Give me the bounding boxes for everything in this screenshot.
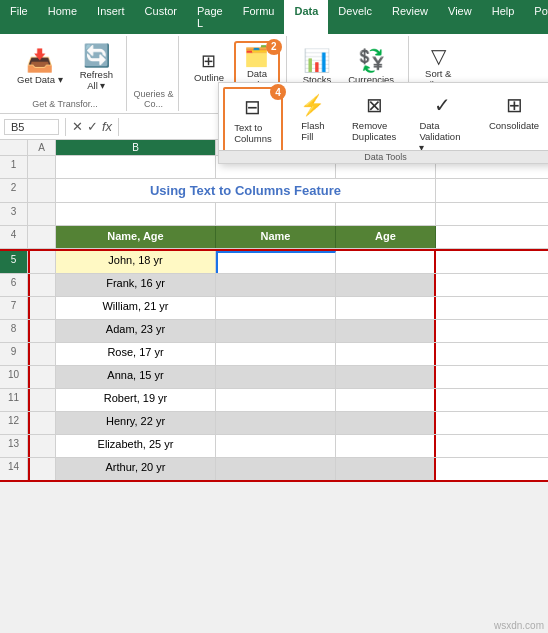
rownum-7: 7 [0,297,28,319]
cell-d3[interactable] [336,203,436,225]
outline-icon: ⊞ [201,52,216,70]
remove-dup-icon: ⊠ [366,93,383,117]
cell-b12[interactable]: Henry, 22 yr [56,412,216,434]
cell-a2[interactable] [28,179,56,202]
cell-a4[interactable] [28,226,56,248]
cell-a12[interactable] [28,412,56,434]
text-to-columns-icon: ⊟ [244,95,261,119]
cell-a5[interactable] [28,251,56,273]
cell-b8[interactable]: Adam, 23 yr [56,320,216,342]
group-get-transform: 📥 Get Data ▾ 🔄 RefreshAll ▾ Get & Transf… [4,36,127,111]
col-header-b[interactable]: B [56,140,216,155]
cell-b6[interactable]: Frank, 16 yr [56,274,216,296]
cell-d8[interactable] [336,320,436,342]
tab-review[interactable]: Review [382,0,438,34]
tab-home[interactable]: Home [38,0,87,34]
header-name[interactable]: Name [216,226,336,248]
rownum-6: 6 [0,274,28,296]
rownum-9: 9 [0,343,28,365]
formula-divider [65,118,66,136]
cell-b7[interactable]: William, 21 yr [56,297,216,319]
cell-reference[interactable]: B5 [4,119,59,135]
tab-pagel[interactable]: Page L [187,0,233,34]
cell-a11[interactable] [28,389,56,411]
cell-c14[interactable] [216,458,336,480]
cell-c9[interactable] [216,343,336,365]
cell-a14[interactable] [28,458,56,480]
group-transform-label: Get & Transfor... [4,99,126,109]
cell-c7[interactable] [216,297,336,319]
get-data-button[interactable]: 📥 Get Data ▾ [10,46,70,89]
get-data-label: Get Data ▾ [17,74,63,85]
cell-c3[interactable] [216,203,336,225]
row-12: 12 Henry, 22 yr [0,412,548,435]
tab-data[interactable]: Data [284,0,328,34]
tab-help[interactable]: Help [482,0,525,34]
data-validation-button[interactable]: ✓ DataValidation ▾ [409,87,476,159]
rownum-11: 11 [0,389,28,411]
cell-c10[interactable] [216,366,336,388]
cell-a8[interactable] [28,320,56,342]
cell-b3[interactable] [56,203,216,225]
header-name-age[interactable]: Name, Age [56,226,216,248]
cancel-icon[interactable]: ✕ [72,119,83,134]
flash-fill-button[interactable]: ⚡ FlashFill [287,87,339,159]
cell-c6[interactable] [216,274,336,296]
insert-function-icon[interactable]: fx [102,119,112,134]
cell-b14[interactable]: Arthur, 20 yr [56,458,216,480]
cell-d6[interactable] [336,274,436,296]
dropdown-panel: 4 ⊟ Text toColumns ⚡ FlashFill ⊠ RemoveD… [218,82,548,164]
cell-a3[interactable] [28,203,56,225]
cell-b10[interactable]: Anna, 15 yr [56,366,216,388]
tab-power[interactable]: Power [524,0,548,34]
cell-b11[interactable]: Robert, 19 yr [56,389,216,411]
tab-develc[interactable]: Develc [328,0,382,34]
cell-a6[interactable] [28,274,56,296]
tab-file[interactable]: File [0,0,38,34]
cell-d14[interactable] [336,458,436,480]
data-validation-label: DataValidation ▾ [419,120,466,153]
cell-d10[interactable] [336,366,436,388]
rownum-10: 10 [0,366,28,388]
cell-a13[interactable] [28,435,56,457]
cell-c13[interactable] [216,435,336,457]
cell-b9[interactable]: Rose, 17 yr [56,343,216,365]
cell-b5[interactable]: John, 18 yr [56,251,216,273]
cell-a7[interactable] [28,297,56,319]
tab-formu[interactable]: Formu [233,0,285,34]
cell-c11[interactable] [216,389,336,411]
confirm-icon[interactable]: ✓ [87,119,98,134]
cell-d5[interactable] [336,251,436,273]
row-9: 9 Rose, 17 yr [0,343,548,366]
cell-c8[interactable] [216,320,336,342]
cell-a1[interactable] [28,156,56,178]
tab-insert[interactable]: Insert [87,0,135,34]
consolidate-button[interactable]: ⊞ Consolidate [480,87,548,159]
rownum-4: 4 [0,226,28,248]
consolidate-icon: ⊞ [506,93,523,117]
header-age[interactable]: Age [336,226,436,248]
tab-custor[interactable]: Custor [135,0,187,34]
cell-b1[interactable] [56,156,216,178]
cell-d12[interactable] [336,412,436,434]
text-to-columns-label: Text toColumns [234,122,272,144]
rownum-8: 8 [0,320,28,342]
row-7: 7 William, 21 yr [0,297,548,320]
text-to-columns-button[interactable]: 4 ⊟ Text toColumns [223,87,283,159]
refresh-all-button[interactable]: 🔄 RefreshAll ▾ [73,41,120,95]
remove-duplicates-button[interactable]: ⊠ RemoveDuplicates [343,87,405,159]
group-queries: Queries & Co... [129,36,179,111]
cell-d9[interactable] [336,343,436,365]
cell-c5[interactable] [216,251,336,273]
cell-b13[interactable]: Elizabeth, 25 yr [56,435,216,457]
col-header-a[interactable]: A [28,140,56,155]
cell-d7[interactable] [336,297,436,319]
tab-view[interactable]: View [438,0,482,34]
cell-title[interactable]: Using Text to Columns Feature [56,179,436,202]
cell-d11[interactable] [336,389,436,411]
cell-a10[interactable] [28,366,56,388]
cell-a9[interactable] [28,343,56,365]
cell-d13[interactable] [336,435,436,457]
cell-c12[interactable] [216,412,336,434]
formula-divider2 [118,118,119,136]
